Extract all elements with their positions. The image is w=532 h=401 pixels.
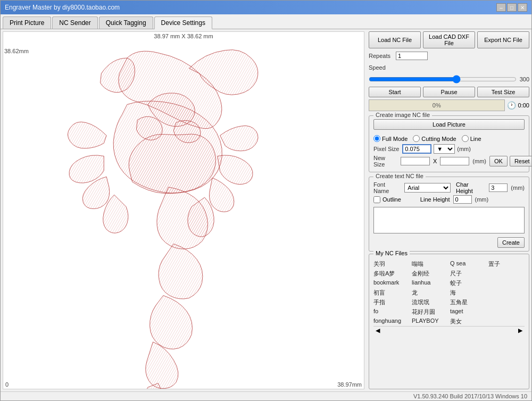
- scroll-right[interactable]: ▶: [518, 327, 522, 334]
- list-item[interactable]: 美女: [450, 317, 486, 326]
- scroll-left[interactable]: ◀: [376, 327, 380, 334]
- pixel-size-input[interactable]: [402, 144, 431, 154]
- list-item[interactable]: 海: [450, 288, 486, 297]
- line-mode-radio-label[interactable]: Line: [462, 135, 481, 142]
- cutting-mode-label: Cutting Mode: [421, 136, 456, 142]
- scorpion-image: [14, 43, 344, 389]
- tab-device-settings[interactable]: Device Settings: [154, 16, 212, 29]
- ok-button[interactable]: OK: [489, 156, 508, 166]
- list-item[interactable]: 嗡嗡: [412, 260, 448, 269]
- nc-files-title: My NC Files: [373, 250, 410, 256]
- list-item[interactable]: fo: [373, 307, 410, 316]
- list-item[interactable]: 流氓氓: [412, 298, 448, 307]
- new-size-unit: (mm): [472, 158, 486, 164]
- mode-radio-group: Full Mode Cutting Mode Line: [373, 135, 525, 142]
- repeats-row: Repeats: [369, 52, 529, 60]
- outline-checkbox[interactable]: [373, 196, 380, 203]
- list-item: [488, 269, 525, 278]
- cutting-mode-radio[interactable]: [413, 135, 420, 142]
- main-content: 38.97 mm X 38.62 mm 38.62mm 38.97mm 0: [1, 29, 531, 391]
- close-button[interactable]: ✕: [518, 3, 527, 12]
- test-size-button[interactable]: Test Size: [477, 87, 529, 97]
- list-item[interactable]: 初盲: [373, 288, 410, 297]
- pause-button[interactable]: Pause: [423, 87, 475, 97]
- load-picture-button[interactable]: Load Picture: [373, 119, 525, 130]
- list-item[interactable]: lianhua: [412, 279, 448, 288]
- reset-button[interactable]: Reset: [510, 156, 531, 166]
- repeats-label: Repeats: [369, 53, 393, 59]
- list-item[interactable]: 多啦A梦: [373, 269, 410, 278]
- create-image-title: Create image NC file: [373, 112, 432, 118]
- list-item[interactable]: taget: [450, 307, 486, 316]
- list-item[interactable]: bookmark: [373, 279, 410, 288]
- window-title: Engraver Master by diy8000.taobao.com: [5, 4, 120, 11]
- cutting-mode-radio-label[interactable]: Cutting Mode: [413, 135, 456, 142]
- create-text-button[interactable]: Create: [497, 237, 525, 248]
- full-mode-radio[interactable]: [373, 135, 380, 142]
- line-height-label: Line Height: [420, 196, 450, 203]
- pixel-size-row: Pixel Size ▼ (mm): [373, 144, 525, 154]
- outline-checkbox-label[interactable]: Outline: [373, 196, 401, 203]
- font-name-label: Font Name: [373, 181, 401, 194]
- list-item[interactable]: 五角星: [450, 298, 486, 307]
- pixel-size-input-row: ▼ (mm): [402, 144, 471, 154]
- tab-quick-tagging[interactable]: Quick Tagging: [99, 16, 153, 29]
- new-size-x-input[interactable]: [401, 157, 430, 165]
- list-item[interactable]: 置子: [488, 260, 525, 269]
- control-buttons-row: Start Pause Test Size: [369, 87, 529, 97]
- list-item[interactable]: 金刚经: [412, 269, 448, 278]
- list-item[interactable]: 关羽: [373, 260, 410, 269]
- line-height-input[interactable]: [453, 195, 472, 204]
- list-item[interactable]: 尺子: [450, 269, 486, 278]
- tab-print-picture[interactable]: Print Picture: [3, 16, 51, 29]
- canvas-bottom-left-label: 0: [5, 381, 9, 388]
- ok-reset-row: OK Reset: [489, 156, 531, 166]
- full-mode-radio-label[interactable]: Full Mode: [373, 135, 408, 142]
- speed-label: Speed: [369, 64, 393, 71]
- window-controls: – □ ✕: [496, 3, 527, 12]
- list-item[interactable]: 花好月圆: [412, 307, 448, 316]
- tab-nc-sender[interactable]: NC Sender: [52, 16, 97, 29]
- status-bar: V1.50.93.240 Build 2017/10/13 Windows 10: [1, 391, 531, 400]
- nc-files-section: My NC Files 关羽 嗡嗡 Q sea 置子 多啦A梦 金刚经 尺子 b…: [369, 254, 529, 389]
- title-bar: Engraver Master by diy8000.taobao.com – …: [1, 1, 531, 14]
- list-item[interactable]: 龙: [412, 288, 448, 297]
- new-size-label: New Size: [373, 155, 397, 168]
- list-item[interactable]: 蛟子: [450, 279, 486, 288]
- create-text-title: Create text NC file: [373, 173, 426, 179]
- font-row: Font Name Arial Char Height (mm): [373, 181, 525, 194]
- export-nc-button[interactable]: Export NC File: [477, 31, 529, 48]
- list-item[interactable]: 手指: [373, 298, 410, 307]
- line-mode-label: Line: [470, 136, 481, 142]
- right-panel: Load NC File Load CAD DXF File Export NC…: [367, 29, 531, 391]
- tab-bar: Print Picture NC Sender Quick Tagging De…: [1, 14, 531, 29]
- list-item[interactable]: Q sea: [450, 260, 486, 269]
- canvas-size-label: 38.97 mm X 38.62 mm: [154, 33, 213, 39]
- speed-slider[interactable]: [369, 75, 517, 83]
- outline-label: Outline: [383, 196, 401, 203]
- progress-bar: 0%: [369, 99, 505, 111]
- progress-timer-row: 0% 🕐 0:00: [369, 99, 529, 111]
- text-textarea[interactable]: [373, 207, 525, 233]
- new-size-separator: X: [433, 158, 437, 164]
- list-item: [488, 298, 525, 307]
- timer-display: 🕐 0:00: [507, 101, 529, 110]
- pixel-size-select[interactable]: ▼: [434, 144, 455, 154]
- start-button[interactable]: Start: [369, 87, 421, 97]
- repeats-input[interactable]: [396, 52, 428, 60]
- char-height-input[interactable]: [489, 183, 508, 192]
- new-size-row: New Size X (mm) OK Reset: [373, 155, 525, 168]
- load-cad-button[interactable]: Load CAD DXF File: [423, 31, 475, 48]
- minimize-button[interactable]: –: [496, 3, 506, 12]
- file-buttons-row: Load NC File Load CAD DXF File Export NC…: [369, 31, 529, 48]
- list-item[interactable]: fonghuang: [373, 317, 410, 326]
- load-nc-button[interactable]: Load NC File: [369, 31, 421, 48]
- list-item: [488, 307, 525, 316]
- list-item[interactable]: PLAYBOY: [412, 317, 448, 326]
- list-item: [488, 317, 525, 326]
- line-mode-radio[interactable]: [462, 135, 469, 142]
- maximize-button[interactable]: □: [507, 3, 517, 12]
- progress-text: 0%: [433, 102, 441, 108]
- new-size-y-input[interactable]: [440, 157, 469, 165]
- font-select[interactable]: Arial: [404, 183, 451, 193]
